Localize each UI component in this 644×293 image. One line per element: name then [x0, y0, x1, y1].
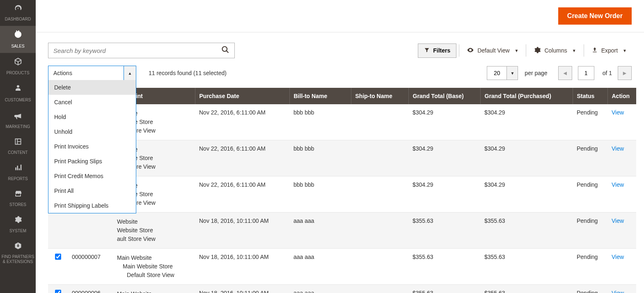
cell-ship: [351, 176, 408, 213]
cell-gtb: $304.29: [408, 176, 480, 213]
nav-label: MARKETING: [6, 124, 30, 129]
marketing-icon: [14, 111, 23, 122]
prev-page-button[interactable]: ◄: [558, 66, 572, 80]
nav-customers[interactable]: CUSTOMERS: [0, 80, 36, 106]
view-link[interactable]: View: [612, 181, 624, 188]
nav-reports[interactable]: REPORTS: [0, 159, 36, 185]
nav-find-partners-extensions[interactable]: FIND PARTNERS & EXTENSIONS: [0, 238, 36, 268]
caret-down-icon: ▼: [623, 48, 627, 53]
nav-label: PRODUCTS: [6, 71, 29, 76]
view-link[interactable]: View: [612, 109, 624, 116]
action-item-print-all[interactable]: Print All: [48, 183, 136, 198]
nav-system[interactable]: SYSTEM: [0, 211, 36, 237]
nav-label: REPORTS: [8, 176, 28, 181]
actions-dropdown-button[interactable]: Actions ▲: [48, 66, 136, 80]
cell-gtp: $355.63: [480, 213, 573, 249]
per-page-label: per page: [525, 70, 547, 76]
main-content: Create New Order Filters: [36, 0, 644, 293]
page-of-label: of 1: [603, 70, 612, 76]
columns-label: Columns: [544, 47, 567, 54]
action-item-print-credit-memos[interactable]: Print Credit Memos: [48, 169, 136, 183]
view-link[interactable]: View: [612, 145, 624, 152]
nav-products[interactable]: PRODUCTS: [0, 53, 36, 80]
col-grand-total-purchased[interactable]: Grand Total (Purchased): [480, 88, 573, 104]
cell-id: 000000007: [68, 249, 113, 285]
pager: ▼ per page ◄ of 1 ►: [487, 66, 632, 80]
cell-status: Pending: [573, 285, 607, 293]
actions-label: Actions: [48, 70, 124, 76]
nav-label: DASHBOARD: [5, 17, 31, 22]
view-link[interactable]: View: [612, 217, 624, 224]
action-item-delete[interactable]: Delete: [48, 80, 136, 95]
nav-label: SYSTEM: [9, 229, 26, 233]
nav-dashboard[interactable]: DASHBOARD: [0, 0, 36, 26]
cell-ship: [351, 140, 408, 176]
records-found-label: 11 records found (11 selected): [149, 70, 227, 76]
page-input[interactable]: [578, 66, 594, 80]
cell-gtp: $304.29: [480, 140, 573, 176]
eye-icon: [467, 46, 474, 55]
view-link[interactable]: View: [612, 290, 624, 293]
nav-stores[interactable]: STORES: [0, 185, 36, 211]
default-view-dropdown[interactable]: Default View ▼: [462, 43, 523, 58]
cell-gtb: $355.63: [408, 213, 480, 249]
export-dropdown[interactable]: Export ▼: [587, 43, 632, 58]
table-row[interactable]: 000000006Main WebsiteMain Website StoreD…: [48, 285, 636, 293]
cell-bill: aaa aaa: [289, 249, 351, 285]
col-grand-total-base[interactable]: Grand Total (Base): [408, 88, 480, 104]
reports-icon: [14, 163, 22, 174]
action-item-print-packing-slips[interactable]: Print Packing Slips: [48, 154, 136, 169]
cell-gtp: $304.29: [480, 104, 573, 140]
cell-status: Pending: [573, 249, 607, 285]
cell-purchase-point: Main WebsiteMain Website StoreDefault St…: [113, 285, 195, 293]
per-page-caret[interactable]: ▼: [506, 66, 518, 80]
cell-bill: aaa aaa: [289, 285, 351, 293]
col-action[interactable]: Action: [607, 88, 636, 104]
sales-icon: [14, 30, 23, 41]
default-view-label: Default View: [477, 47, 509, 54]
table-row[interactable]: 000000007Main WebsiteMain Website StoreD…: [48, 249, 636, 285]
page-header: Create New Order: [36, 0, 644, 32]
stores-icon: [14, 190, 23, 200]
nav-label: STORES: [9, 202, 26, 207]
col-ship-to[interactable]: Ship-to Name: [351, 88, 408, 104]
cell-gtb: $355.63: [408, 285, 480, 293]
view-link[interactable]: View: [612, 254, 624, 260]
action-item-hold[interactable]: Hold: [48, 110, 136, 124]
table-row[interactable]: WebsiteWebsite Storeault Store ViewNov 1…: [48, 213, 636, 249]
cell-ship: [351, 285, 408, 293]
next-page-button[interactable]: ►: [618, 66, 632, 80]
cell-ship: [351, 249, 408, 285]
nav-label: SALES: [11, 44, 24, 49]
search-icon[interactable]: [216, 46, 234, 56]
filters-button[interactable]: Filters: [418, 43, 456, 58]
action-item-unhold[interactable]: Unhold: [48, 124, 136, 139]
action-item-print-invoices[interactable]: Print Invoices: [48, 139, 136, 154]
col-status[interactable]: Status: [573, 88, 607, 104]
filters-label: Filters: [433, 47, 450, 54]
row-checkbox[interactable]: [55, 254, 61, 260]
cell-id: [68, 213, 113, 249]
dashboard-icon: [13, 4, 23, 15]
search-input[interactable]: [48, 43, 216, 58]
partners-icon: [14, 242, 23, 252]
actions-menu: DeleteCancelHoldUnholdPrint InvoicesPrin…: [48, 80, 136, 213]
row-checkbox[interactable]: [55, 290, 61, 293]
action-item-cancel[interactable]: Cancel: [48, 95, 136, 110]
svg-line-1: [227, 50, 229, 53]
caret-up-icon: ▲: [124, 66, 136, 80]
nav-content[interactable]: CONTENT: [0, 133, 36, 159]
nav-sales[interactable]: SALES: [0, 26, 36, 53]
funnel-icon: [424, 47, 430, 54]
cell-status: Pending: [573, 104, 607, 140]
col-bill-to[interactable]: Bill-to Name: [289, 88, 351, 104]
col-purchase-date[interactable]: Purchase Date: [195, 88, 289, 104]
columns-dropdown[interactable]: Columns ▼: [529, 43, 581, 58]
action-item-print-shipping-labels[interactable]: Print Shipping Labels: [48, 198, 136, 213]
per-page-input[interactable]: [487, 66, 506, 80]
cell-gtp: $355.63: [480, 249, 573, 285]
cell-status: Pending: [573, 213, 607, 249]
nav-marketing[interactable]: MARKETING: [0, 107, 36, 133]
create-new-order-button[interactable]: Create New Order: [558, 7, 632, 25]
caret-down-icon: ▼: [515, 48, 519, 53]
